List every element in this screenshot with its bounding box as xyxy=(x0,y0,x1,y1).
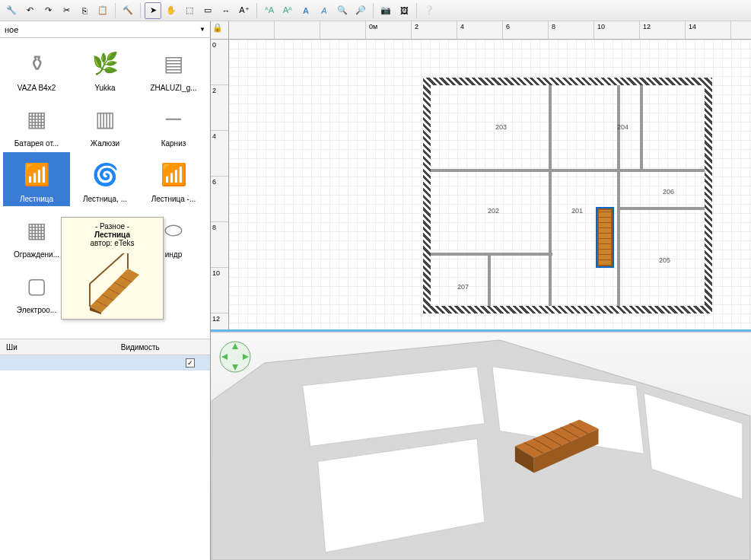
help-icon[interactable]: ❔ xyxy=(421,2,438,19)
fence-icon: ▦ xyxy=(14,211,59,249)
ruler-tick: 4 xyxy=(457,21,503,39)
photo-icon[interactable]: 🖼 xyxy=(396,2,412,19)
inner-wall xyxy=(431,169,705,172)
catalog-label: Жалюзи xyxy=(91,139,119,148)
catalog-label: VAZA B4x2 xyxy=(18,84,56,92)
view-navigator[interactable] xyxy=(218,340,252,374)
catalog-item[interactable]: ▦Ограждени... xyxy=(3,208,70,262)
inner-wall xyxy=(431,253,552,256)
ruler-tick: 10 xyxy=(211,268,228,313)
catalog-label: Лестница -... xyxy=(151,195,196,203)
zoom-out-icon[interactable]: 🔎 xyxy=(352,2,369,19)
catalog-label: Карниз xyxy=(161,139,186,148)
cut-icon[interactable]: ✂ xyxy=(58,2,75,19)
stairs-icon: 📶 xyxy=(14,155,59,193)
ruler-tick: 6 xyxy=(211,177,228,222)
lock-icon[interactable]: 🔒 xyxy=(212,23,223,33)
property-row[interactable]: ✓ xyxy=(0,355,210,371)
ruler-tick xyxy=(275,21,320,39)
property-header: Ши Видимость xyxy=(0,339,210,355)
paste-icon[interactable]: 📋 xyxy=(94,2,111,19)
ruler-tick: 6 xyxy=(503,21,549,39)
ruler-tick: 10 xyxy=(594,21,640,39)
text-dec-icon[interactable]: Aᴬ xyxy=(279,2,296,19)
catalog-item[interactable]: ▢Электроо... xyxy=(3,263,70,317)
catalog-label: Батарея от... xyxy=(14,139,59,148)
pan-icon[interactable]: ✋ xyxy=(163,2,180,19)
ruler-tick xyxy=(229,21,275,39)
ruler-tick: 8 xyxy=(549,21,594,39)
svg-marker-19 xyxy=(90,269,139,313)
floor-plan[interactable]: 🔒 0м2468101214 024681012 203 204 202 xyxy=(211,21,751,332)
catalog-label: Лестница xyxy=(20,195,53,203)
tooltip-name: Лестница xyxy=(66,231,158,239)
camera-icon[interactable]: 📷 xyxy=(377,2,394,19)
room-label: 201 xyxy=(571,207,583,215)
props-icon[interactable]: 🔨 xyxy=(119,2,136,19)
ruler-tick: 2 xyxy=(412,21,457,39)
italic-icon[interactable]: A xyxy=(316,2,333,19)
ruler-tick xyxy=(320,21,366,39)
catalog-item[interactable]: ⚱VAZA B4x2 xyxy=(3,41,70,95)
spiral-icon: 🌀 xyxy=(82,155,128,193)
tooltip-author: eTeks xyxy=(114,239,134,247)
prop-col-width: Ши xyxy=(0,343,24,352)
staircase-object[interactable] xyxy=(596,207,614,268)
ruler-tick: 2 xyxy=(211,85,228,131)
catalog-label: ZHALUZI_g... xyxy=(150,84,196,92)
ruler-tick: 12 xyxy=(640,21,686,39)
room-label: 203 xyxy=(495,123,507,131)
inner-wall xyxy=(488,253,491,306)
room-label: 205 xyxy=(659,256,670,264)
catalog-label: индр xyxy=(165,250,183,259)
redo-icon[interactable]: ↷ xyxy=(40,2,56,19)
tooltip-preview xyxy=(82,253,143,314)
catalog-item[interactable]: ▥Жалюзи xyxy=(72,97,138,151)
catalog-item[interactable]: ─Карниз xyxy=(140,97,207,151)
catalog-item[interactable]: ▤ZHALUZI_g... xyxy=(140,41,207,95)
outer-wall xyxy=(423,78,712,313)
curtain-icon: ─ xyxy=(151,100,196,138)
wall-icon[interactable]: ⬚ xyxy=(181,2,198,19)
blinds2-icon: ▥ xyxy=(82,100,128,138)
select-icon[interactable]: ➤ xyxy=(145,2,161,19)
chevron-down-icon: ▼ xyxy=(199,26,205,33)
catalog-label: Yukka xyxy=(94,84,115,92)
plant-icon: 🌿 xyxy=(82,44,128,82)
main-toolbar: 🔧 ↶ ↷ ✂ ⎘ 📋 🔨 ➤ ✋ ⬚ ▭ ↔ A⁺ ᴬA Aᴬ A A 🔍 🔎… xyxy=(0,0,751,21)
copy-icon[interactable]: ⎘ xyxy=(76,2,93,19)
catalog-label: Электроо... xyxy=(17,306,56,314)
radiator-icon: ▦ xyxy=(14,100,59,138)
room-label: 204 xyxy=(617,123,628,131)
ruler-tick: 0 xyxy=(211,40,228,85)
catalog-item[interactable]: 🌀Лестница, ... xyxy=(72,152,138,206)
undo-icon[interactable]: ↶ xyxy=(21,2,38,19)
category-selector[interactable]: ное ▼ xyxy=(0,21,210,38)
zoom-in-icon[interactable]: 🔍 xyxy=(334,2,351,19)
visibility-checkbox[interactable]: ✓ xyxy=(186,358,195,368)
room-label: 202 xyxy=(488,207,499,215)
text-size-icon[interactable]: ᴬA xyxy=(261,2,278,19)
tooltip-author-label: автор: xyxy=(91,239,113,247)
room-icon[interactable]: ▭ xyxy=(199,2,216,19)
heater-icon: ▢ xyxy=(14,266,59,304)
inner-wall xyxy=(640,85,643,169)
ruler-tick: 0м xyxy=(366,21,412,39)
catalog-item[interactable]: 📶Лестница -... xyxy=(140,152,207,206)
catalog-item[interactable]: ▦Батарея от... xyxy=(3,97,70,151)
3d-view[interactable] xyxy=(211,332,751,560)
furniture-tooltip: - Разное - Лестница автор: eTeks xyxy=(61,217,164,320)
dim-icon[interactable]: ↔ xyxy=(218,2,234,19)
catalog-item[interactable]: 📶Лестница xyxy=(3,152,70,206)
inner-wall xyxy=(617,85,620,306)
vase-icon: ⚱ xyxy=(14,44,59,82)
room-label: 206 xyxy=(663,188,674,196)
ruler-tick: 8 xyxy=(211,222,228,268)
ruler-tick: 4 xyxy=(211,131,228,177)
text-icon[interactable]: A⁺ xyxy=(236,2,253,19)
catalog-item[interactable]: 🌿Yukka xyxy=(72,41,138,95)
wrench-icon[interactable]: 🔧 xyxy=(3,2,20,19)
inner-wall xyxy=(549,85,552,306)
bold-icon[interactable]: A xyxy=(298,2,314,19)
room-label: 207 xyxy=(457,283,469,291)
